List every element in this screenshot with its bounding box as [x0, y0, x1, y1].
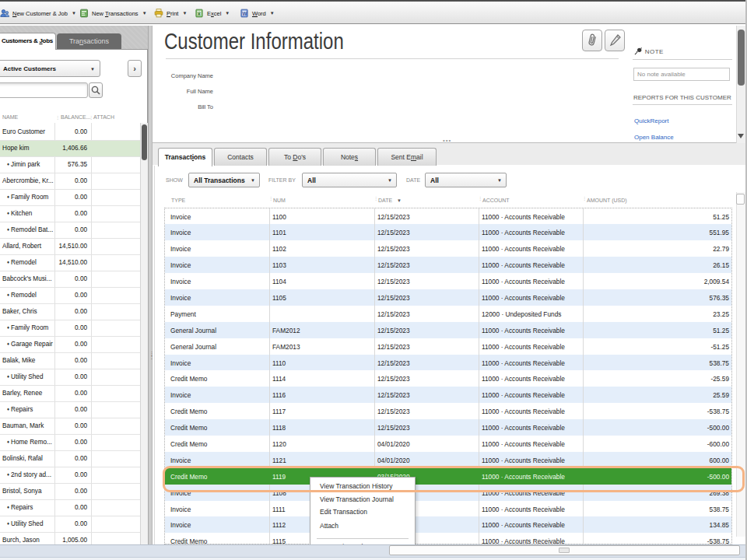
- svg-text:W: W: [242, 11, 247, 16]
- svg-text:X: X: [198, 12, 201, 16]
